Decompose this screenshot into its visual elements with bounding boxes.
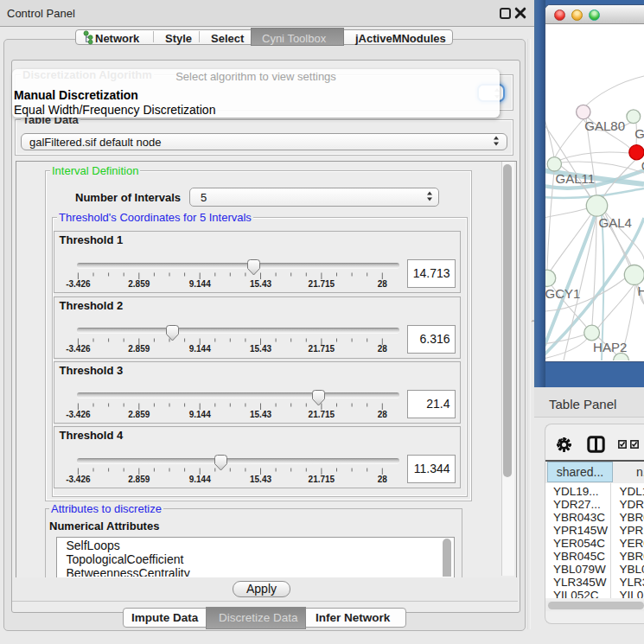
svg-text:GCY1: GCY1 <box>545 286 580 301</box>
svg-text:GAL11: GAL11 <box>556 171 596 186</box>
svg-text:HAP2: HAP2 <box>593 340 627 354</box>
svg-text:H: H <box>638 284 644 298</box>
svg-text:G.: G. <box>634 126 644 141</box>
svg-text:GAL80: GAL80 <box>584 118 625 133</box>
svg-text:GAL4: GAL4 <box>599 215 632 230</box>
